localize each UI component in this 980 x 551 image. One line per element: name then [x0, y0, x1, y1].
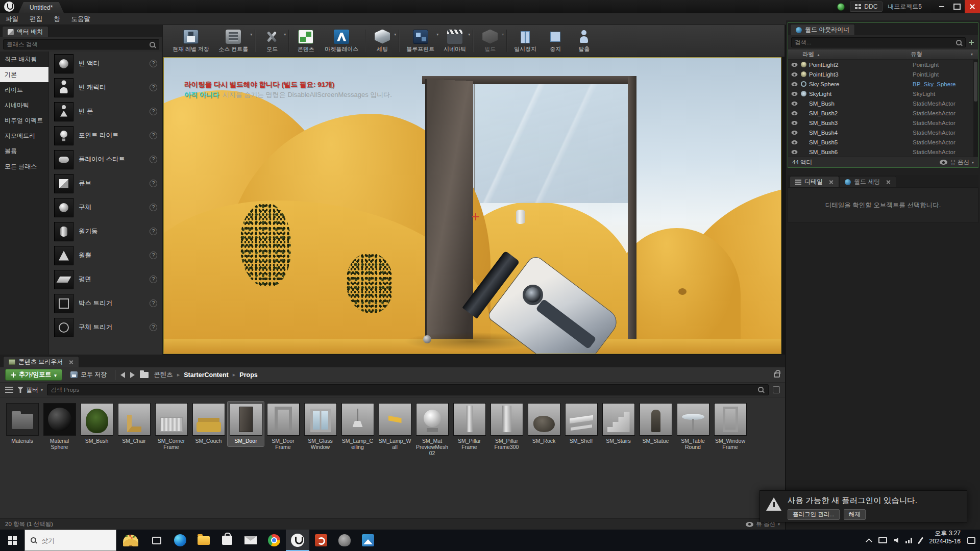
menu-item[interactable]: 파일: [0, 15, 24, 23]
outliner-row[interactable]: PointLight2 PointLight: [788, 60, 973, 69]
chevron-down-icon[interactable]: ▾: [971, 52, 973, 57]
asset-tile[interactable]: SM_Shelf: [563, 402, 599, 446]
class-search-input[interactable]: [3, 39, 159, 49]
status-indicator-icon[interactable]: [837, 3, 845, 11]
start-button[interactable]: [0, 530, 24, 551]
taskbar-app-button[interactable]: [333, 530, 356, 551]
asset-tile[interactable]: SM_Door Frame: [265, 402, 301, 453]
visibility-eye-icon[interactable]: [792, 92, 798, 96]
actor-type[interactable]: SkyLight: [913, 91, 973, 97]
taskbar-clock[interactable]: 오후 3:27 2024-05-16: [929, 530, 961, 551]
menu-item[interactable]: 편집: [24, 15, 48, 23]
add-search-filter-icon[interactable]: [968, 39, 975, 46]
visibility-eye-icon[interactable]: [792, 72, 798, 77]
help-icon[interactable]: [150, 323, 157, 331]
taskbar-app-button[interactable]: [192, 530, 215, 551]
place-category[interactable]: 비주얼 이펙트: [0, 113, 48, 128]
menu-item[interactable]: 도움말: [66, 15, 96, 23]
save-all-button[interactable]: 모두 저장: [67, 369, 110, 381]
visibility-eye-icon[interactable]: [792, 82, 798, 86]
toolbar-button[interactable]: [288, 30, 289, 52]
place-category[interactable]: 최근 배치됨: [0, 52, 48, 67]
toolbar-button[interactable]: 마켓플레이스: [320, 28, 363, 54]
add-import-button[interactable]: 추가/임포트: [5, 369, 62, 381]
chevron-down-icon[interactable]: ▾: [394, 32, 396, 37]
scrollbar-thumb[interactable]: [974, 62, 977, 102]
toolbar-button[interactable]: 중지: [541, 28, 570, 54]
pen-icon[interactable]: [918, 537, 923, 544]
asset-tile[interactable]: SM_Chair: [116, 402, 152, 446]
actor-type[interactable]: StaticMeshActor: [913, 130, 973, 136]
visibility-eye-icon[interactable]: [792, 111, 798, 115]
filter-button[interactable]: 필터 ▾: [17, 386, 43, 394]
tab-details[interactable]: 디테일: [790, 176, 839, 187]
maximize-button[interactable]: [949, 0, 965, 13]
chevron-down-icon[interactable]: ▾: [250, 32, 252, 37]
visibility-eye-icon[interactable]: [792, 131, 798, 135]
asset-tile[interactable]: SM_Statue: [638, 402, 674, 446]
sources-toggle-icon[interactable]: [5, 387, 13, 393]
place-actor-item[interactable]: 포인트 라이트: [49, 123, 162, 147]
place-actor-item[interactable]: 원뿔: [49, 243, 162, 267]
visibility-eye-icon[interactable]: [792, 63, 798, 67]
actor-type[interactable]: StaticMeshActor: [913, 120, 973, 126]
asset-tile[interactable]: SM_Glass Window: [302, 402, 338, 453]
breadcrumb-item[interactable]: 콘텐츠: [154, 370, 184, 379]
toolbar-button[interactable]: 현재 레벨 저장: [168, 28, 214, 54]
place-actor-item[interactable]: 플레이어 스타트: [49, 147, 162, 171]
taskbar-search[interactable]: [24, 530, 116, 551]
asset-tile[interactable]: SM_Couch: [190, 402, 227, 446]
close-icon[interactable]: [886, 180, 891, 184]
taskbar-app-button[interactable]: [309, 530, 333, 551]
taskbar-app-button[interactable]: [356, 530, 380, 551]
place-actor-item[interactable]: 박스 트리거: [49, 291, 162, 315]
actor-type[interactable]: StaticMeshActor: [913, 149, 973, 155]
asset-tile[interactable]: SM_Corner Frame: [153, 402, 189, 453]
place-category[interactable]: 지오메트리: [0, 128, 48, 143]
asset-tile[interactable]: SM_Stairs: [600, 402, 636, 446]
column-label[interactable]: 라벨: [802, 51, 820, 58]
lock-icon[interactable]: [774, 372, 780, 378]
toolbar-button[interactable]: 탈출: [570, 28, 598, 54]
toolbar-button[interactable]: ▾ 소스 컨트롤: [214, 28, 253, 54]
toolbar-button[interactable]: ▾ 세팅: [368, 28, 397, 54]
toolbar-button[interactable]: ▾ 빌드: [476, 28, 504, 54]
visibility-eye-icon[interactable]: [792, 140, 798, 144]
monitor-icon[interactable]: [878, 537, 887, 543]
help-icon[interactable]: [150, 228, 157, 235]
asset-tile[interactable]: SM_Door: [228, 402, 264, 446]
outliner-row[interactable]: PointLight3 PointLight: [788, 69, 973, 79]
asset-tile[interactable]: Material Sphere: [41, 402, 78, 453]
network-icon[interactable]: [905, 538, 913, 543]
asset-tile[interactable]: SM_Rock: [526, 402, 562, 446]
asset-tile[interactable]: SM_Mat PreviewMesh 02: [414, 402, 450, 459]
taskbar-app-button[interactable]: [215, 530, 239, 551]
help-icon[interactable]: [150, 84, 157, 91]
taskbar-app-button[interactable]: [168, 530, 192, 551]
help-icon[interactable]: [150, 108, 157, 115]
visibility-eye-icon[interactable]: [792, 121, 798, 125]
action-center-button[interactable]: [963, 530, 980, 551]
close-icon[interactable]: [829, 180, 834, 184]
place-category[interactable]: 볼륨: [0, 143, 48, 159]
actor-type[interactable]: PointLight: [913, 71, 973, 78]
taskbar-app-button[interactable]: [262, 530, 286, 551]
close-icon[interactable]: [69, 360, 74, 364]
visibility-eye-icon[interactable]: [792, 150, 798, 154]
outliner-row[interactable]: SM_Bush3 StaticMeshActor: [788, 118, 973, 128]
notification-button[interactable]: 해제: [844, 509, 866, 520]
place-category[interactable]: 라이트: [0, 82, 48, 97]
toolbar-button[interactable]: [473, 30, 474, 52]
outliner-row[interactable]: SM_Bush2 StaticMeshActor: [788, 108, 973, 118]
actor-type[interactable]: BP_Sky_Sphere: [913, 81, 973, 87]
help-icon[interactable]: [150, 60, 157, 67]
close-button[interactable]: [965, 0, 980, 13]
outliner-row[interactable]: SkyLight SkyLight: [788, 89, 973, 98]
place-actor-item[interactable]: 빈 액터: [49, 52, 162, 76]
outliner-row[interactable]: SM_Bush4 StaticMeshActor: [788, 128, 973, 137]
chevron-down-icon[interactable]: ▾: [436, 32, 438, 37]
menu-item[interactable]: 창: [48, 15, 66, 23]
back-arrow-icon[interactable]: [120, 372, 125, 378]
tab-world-outliner[interactable]: 월드 아웃라이너: [790, 24, 855, 35]
asset-tile[interactable]: SM_Table Round: [675, 402, 711, 453]
